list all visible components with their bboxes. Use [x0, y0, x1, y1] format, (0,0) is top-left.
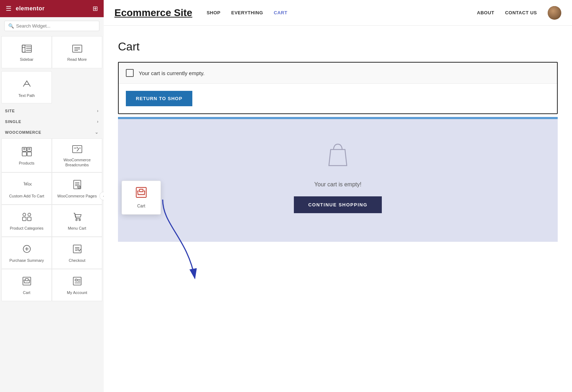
nav-links: SHOP EVERYTHING CART [207, 10, 287, 15]
section-site[interactable]: SITE › [0, 105, 104, 116]
svg-text:Woo: Woo [24, 181, 32, 187]
nav-contact-us[interactable]: CONTACT US [505, 10, 537, 15]
custom-add-to-cart-widget-icon: Woo [22, 180, 32, 191]
section-single-chevron: › [97, 119, 99, 124]
search-icon: 🔍 [8, 23, 14, 29]
cart-bag-icon [325, 141, 350, 173]
widget-wc-breadcrumbs-label: WooCommerce Breadcrumbs [55, 157, 99, 168]
checkout-widget-icon [73, 244, 82, 255]
read-more-widget-icon [72, 45, 82, 54]
nav-everything[interactable]: EVERYTHING [231, 10, 263, 15]
nav-left: Ecommerce Site SHOP EVERYTHING CART [114, 7, 287, 19]
widget-menu-cart-label: Menu Cart [68, 226, 86, 231]
cart-widget-tooltip: Cart [122, 181, 161, 215]
tooltip-label: Cart [137, 204, 146, 209]
site-title[interactable]: Ecommerce Site [114, 7, 192, 19]
svg-rect-44 [25, 279, 28, 281]
products-widget-icon [22, 147, 32, 158]
widget-menu-cart[interactable]: Menu Cart [52, 205, 102, 237]
section-single-label: SINGLE [5, 119, 21, 124]
search-input[interactable] [16, 23, 95, 29]
nav-right: ABOUT CONTACT US [477, 6, 561, 20]
cart-widget-empty-message: Your cart is empty! [314, 181, 361, 188]
continue-shopping-button[interactable]: CONTINUE SHOPPING [294, 196, 382, 213]
widget-sidebar-label: Sidebar [20, 57, 34, 62]
svg-point-35 [79, 219, 80, 221]
svg-point-46 [75, 279, 77, 281]
cart-empty-bar: Your cart is currently empty. [119, 63, 557, 84]
hamburger-icon[interactable]: ☰ [6, 5, 11, 13]
widget-products[interactable]: Products [1, 138, 52, 172]
sidebar-widget-icon [22, 45, 32, 54]
widget-product-categories[interactable]: Product Categories [1, 205, 52, 237]
svg-rect-14 [27, 152, 31, 156]
svg-rect-19 [73, 146, 82, 153]
return-to-shop-button[interactable]: RETURN TO SHOP [126, 91, 192, 106]
cart-empty-icon [126, 69, 134, 77]
avatar-image [548, 6, 561, 20]
svg-point-30 [23, 213, 26, 216]
svg-rect-32 [23, 217, 26, 221]
page-content: Cart Your cart is currently empty. RETUR… [104, 26, 572, 392]
widget-text-path[interactable]: Text Path [1, 71, 52, 103]
svg-rect-6 [73, 45, 82, 52]
svg-rect-1 [22, 45, 25, 52]
widget-text-path-label: Text Path [19, 93, 35, 98]
section-single[interactable]: SINGLE › [0, 116, 104, 126]
main-content: Ecommerce Site SHOP EVERYTHING CART ABOU… [104, 0, 572, 392]
section-woocommerce-chevron: ⌄ [95, 130, 99, 135]
nav-cart[interactable]: CART [274, 10, 287, 15]
purchase-summary-widget-icon [22, 244, 31, 255]
svg-point-31 [28, 213, 31, 216]
widget-custom-add-to-cart[interactable]: Woo Custom Add To Cart [1, 172, 52, 205]
svg-point-34 [76, 219, 77, 221]
my-account-widget-icon [73, 276, 82, 287]
widget-wc-pages-label: WooCommerce Pages [57, 193, 97, 199]
tooltip-cart-icon [135, 187, 147, 201]
product-categories-widget-icon [22, 212, 32, 223]
search-box: 🔍 [4, 21, 99, 31]
widget-checkout-label: Checkout [69, 258, 85, 263]
widget-products-label: Products [19, 161, 34, 166]
widget-wc-breadcrumbs[interactable]: WooCommerce Breadcrumbs [52, 138, 102, 172]
top-navigation: Ecommerce Site SHOP EVERYTHING CART ABOU… [104, 0, 572, 26]
widget-wc-pages[interactable]: WooCommerce Pages [52, 172, 102, 205]
user-avatar[interactable] [548, 6, 561, 20]
sidebar-header: ☰ elementor ⊞ [0, 0, 104, 17]
widget-purchase-summary[interactable]: Purchase Summary [1, 237, 52, 269]
section-site-label: SITE [5, 109, 15, 113]
text-path-widget-icon [22, 79, 32, 90]
page-inner: Cart Your cart is currently empty. RETUR… [104, 26, 572, 392]
svg-rect-33 [28, 217, 31, 221]
widget-my-account-label: My Account [67, 290, 87, 295]
menu-cart-widget-icon [73, 212, 82, 223]
page-title: Cart [118, 40, 558, 53]
sidebar-content: Sidebar Read More [0, 35, 104, 392]
grid-icon[interactable]: ⊞ [93, 5, 98, 13]
cart-section: Your cart is currently empty. RETURN TO … [118, 62, 558, 114]
cart-widget-section: Your cart is empty! CONTINUE SHOPPING [118, 119, 558, 242]
sidebar-logo: elementor [16, 5, 45, 12]
top-widget-grid: Sidebar Read More [0, 35, 104, 70]
widget-checkout[interactable]: Checkout [52, 237, 102, 269]
widget-cart-label: Cart [23, 290, 30, 295]
woo-widget-grid: Products WooCommerce Breadcrumbs [0, 137, 104, 303]
widget-sidebar[interactable]: Sidebar [1, 36, 52, 68]
widget-read-more[interactable]: Read More [52, 36, 102, 68]
widget-cart[interactable]: Cart [1, 269, 52, 301]
elementor-sidebar: ☰ elementor ⊞ 🔍 [0, 0, 104, 392]
wc-pages-widget-icon [73, 180, 82, 191]
widget-custom-add-to-cart-label: Custom Add To Cart [9, 193, 44, 199]
section-site-chevron: › [97, 108, 99, 113]
widget-my-account[interactable]: My Account [52, 269, 102, 301]
nav-about[interactable]: ABOUT [477, 10, 494, 15]
widget-purchase-summary-label: Purchase Summary [9, 258, 44, 263]
widget-product-categories-label: Product Categories [10, 226, 43, 231]
section-woocommerce[interactable]: WOOCOMMERCE ⌄ [0, 126, 104, 137]
section-woocommerce-label: WOOCOMMERCE [5, 130, 41, 134]
widget-read-more-label: Read More [67, 57, 87, 62]
svg-rect-13 [22, 152, 26, 156]
nav-shop[interactable]: SHOP [207, 10, 221, 15]
cart-empty-text: Your cart is currently empty. [139, 70, 204, 76]
text-path-grid: Text Path [0, 70, 104, 105]
